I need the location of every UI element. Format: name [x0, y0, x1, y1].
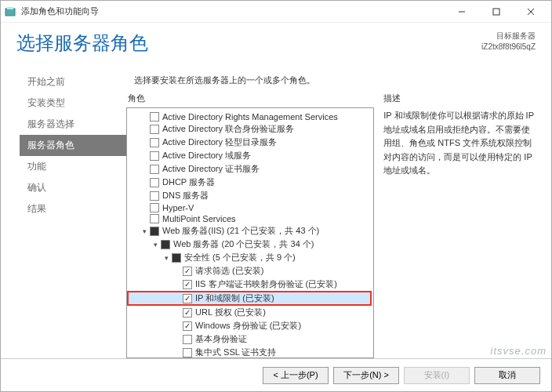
- tree-item-label: DNS 服务器: [162, 190, 209, 201]
- sidebar-step[interactable]: 服务器角色: [20, 135, 126, 156]
- target-server-label: 目标服务器: [481, 31, 536, 42]
- tree-row[interactable]: Active Directory 域服务: [129, 149, 372, 162]
- checkbox[interactable]: [150, 191, 159, 201]
- previous-button[interactable]: < 上一步(P): [263, 367, 329, 384]
- sidebar-step[interactable]: 开始之前: [20, 71, 126, 93]
- tree-item-label: Web 服务器 (20 个已安装，共 34 个): [173, 238, 314, 250]
- footer: < 上一步(P) 下一步(N) > 安装(I) 取消: [1, 358, 551, 391]
- collapse-icon[interactable]: ▾: [162, 253, 171, 263]
- tree-row[interactable]: IIS 客户端证书映射身份验证 (已安装): [129, 278, 372, 291]
- roles-panel: 角色 Active Directory Rights Management Se…: [126, 93, 374, 358]
- window-title: 添加角色和功能向导: [21, 5, 445, 17]
- tree-row[interactable]: MultiPoint Services: [129, 213, 372, 224]
- titlebar: 添加角色和功能向导: [1, 1, 551, 23]
- description-panel: 描述 IP 和域限制使你可以根据请求的原始 IP 地址或域名启用或拒绝内容。不需…: [382, 93, 537, 358]
- tree-row[interactable]: 请求筛选 (已安装): [129, 264, 372, 278]
- twist-spacer: [172, 280, 182, 289]
- tree-item-label: Hyper-V: [162, 203, 194, 212]
- roles-treeview[interactable]: Active Directory Rights Management Servi…: [126, 107, 374, 358]
- checkbox[interactable]: [183, 348, 192, 358]
- tree-row[interactable]: Windows 身份验证 (已安装): [129, 319, 372, 332]
- maximize-button[interactable]: [479, 1, 514, 23]
- checkbox[interactable]: [150, 112, 159, 122]
- tree-row[interactable]: ▾安全性 (5 个已安装，共 9 个): [129, 251, 372, 264]
- tree-row[interactable]: ▾Web 服务器 (20 个已安装，共 34 个): [129, 238, 372, 251]
- tree-item-label: Active Directory 域服务: [162, 150, 251, 162]
- sidebar-step[interactable]: 确认: [20, 177, 126, 198]
- twist-spacer: [140, 214, 149, 223]
- description-label: 描述: [382, 93, 537, 107]
- checkbox[interactable]: [150, 151, 159, 161]
- collapse-icon[interactable]: ▾: [140, 227, 149, 236]
- steps-sidebar: 开始之前安装类型服务器选择服务器角色功能确认结果: [1, 65, 126, 358]
- tree-item-label: IP 和域限制 (已安装): [195, 292, 274, 304]
- checkbox[interactable]: [183, 321, 192, 331]
- checkbox[interactable]: [183, 294, 192, 303]
- checkbox[interactable]: [150, 178, 159, 187]
- tree-row[interactable]: 集中式 SSL 证书支持: [129, 346, 372, 358]
- checkbox[interactable]: [150, 214, 159, 223]
- tree-item-label: Active Directory 轻型目录服务: [162, 136, 277, 148]
- tree-item-label: DHCP 服务器: [162, 176, 215, 188]
- tree-item-label: Active Directory 联合身份验证服务: [162, 123, 294, 135]
- twist-spacer: [140, 138, 149, 147]
- main-panel: 选择要安装在所选服务器上的一个或多个角色。 角色 Active Director…: [126, 65, 551, 358]
- tree-row[interactable]: Hyper-V: [129, 202, 372, 213]
- sidebar-step[interactable]: 安装类型: [20, 93, 126, 114]
- twist-spacer: [140, 203, 149, 212]
- checkbox[interactable]: [183, 267, 192, 276]
- tree-row[interactable]: Active Directory 联合身份验证服务: [129, 122, 372, 136]
- tree-row[interactable]: 基本身份验证: [129, 332, 372, 346]
- next-button[interactable]: 下一步(N) >: [333, 367, 399, 384]
- app-icon: [4, 5, 16, 18]
- checkbox[interactable]: [183, 335, 192, 344]
- tree-row[interactable]: DHCP 服务器: [129, 176, 372, 189]
- checkbox[interactable]: [150, 138, 159, 147]
- instruction-text: 选择要安装在所选服务器上的一个或多个角色。: [126, 70, 537, 93]
- checkbox[interactable]: [161, 240, 170, 249]
- twist-spacer: [140, 151, 149, 161]
- checkbox[interactable]: [183, 308, 192, 318]
- close-button[interactable]: [514, 1, 548, 23]
- tree-item-label: 基本身份验证: [195, 333, 247, 345]
- twist-spacer: [172, 321, 182, 331]
- checkbox[interactable]: [183, 280, 192, 289]
- tree-row[interactable]: Active Directory 轻型目录服务: [129, 136, 372, 149]
- page-header: 选择服务器角色 目标服务器 iZ2tx8f8t96l5qZ: [1, 23, 551, 65]
- tree-row[interactable]: Active Directory 证书服务: [129, 162, 372, 176]
- checkbox[interactable]: [150, 165, 159, 174]
- tree-item-label: Active Directory Rights Management Servi…: [162, 112, 338, 122]
- twist-spacer: [140, 178, 149, 187]
- svg-rect-1: [7, 7, 13, 9]
- tree-item-label: 集中式 SSL 证书支持: [195, 347, 277, 358]
- roles-label: 角色: [126, 93, 374, 107]
- tree-item-label: MultiPoint Services: [162, 214, 236, 223]
- twist-spacer: [172, 308, 182, 318]
- collapse-icon[interactable]: ▾: [151, 240, 160, 249]
- tree-item-label: IIS 客户端证书映射身份验证 (已安装): [195, 278, 337, 290]
- sidebar-step[interactable]: 服务器选择: [20, 114, 126, 135]
- checkbox[interactable]: [150, 125, 159, 134]
- svg-rect-3: [493, 9, 499, 15]
- wizard-window: 添加角色和功能向导 选择服务器角色 目标服务器 iZ2tx8f8t96l5qZ …: [0, 0, 552, 392]
- install-button[interactable]: 安装(I): [404, 367, 470, 384]
- cancel-button[interactable]: 取消: [474, 367, 540, 384]
- checkbox[interactable]: [150, 203, 159, 212]
- sidebar-step[interactable]: 结果: [20, 198, 126, 220]
- checkbox[interactable]: [172, 253, 181, 263]
- twist-spacer: [140, 191, 149, 201]
- target-server-name: iZ2tx8f8t96l5qZ: [481, 42, 536, 53]
- tree-item-label: URL 授权 (已安装): [195, 307, 266, 318]
- tree-item-label: 请求筛选 (已安装): [195, 265, 263, 277]
- tree-row[interactable]: URL 授权 (已安装): [129, 306, 372, 319]
- tree-row[interactable]: DNS 服务器: [129, 189, 372, 202]
- target-server-info: 目标服务器 iZ2tx8f8t96l5qZ: [481, 31, 536, 53]
- checkbox[interactable]: [150, 227, 159, 236]
- minimize-button[interactable]: [445, 1, 479, 23]
- tree-row[interactable]: Active Directory Rights Management Servi…: [129, 111, 372, 122]
- tree-row[interactable]: IP 和域限制 (已安装): [127, 291, 372, 306]
- tree-row[interactable]: ▾Web 服务器(IIS) (21 个已安装，共 43 个): [129, 224, 372, 238]
- sidebar-step[interactable]: 功能: [20, 156, 126, 177]
- twist-spacer: [172, 294, 182, 303]
- page-title: 选择服务器角色: [16, 31, 481, 56]
